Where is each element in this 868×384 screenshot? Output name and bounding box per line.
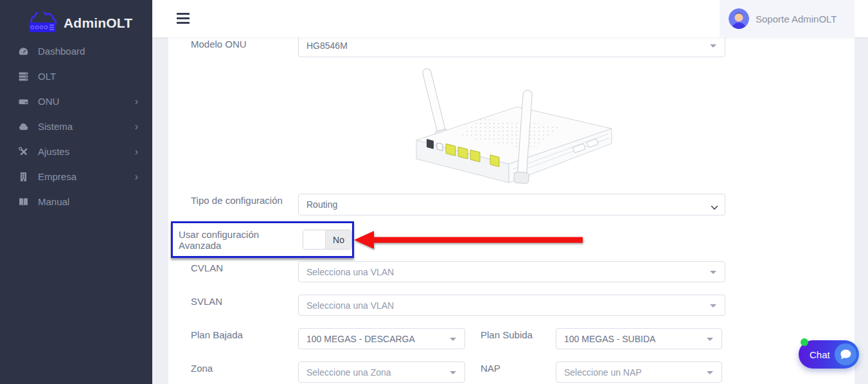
dropdown-caret-icon — [450, 371, 456, 374]
book-icon — [18, 196, 30, 207]
zona-placeholder: Seleccione una Zona — [306, 367, 391, 378]
brand-logo-icon — [28, 12, 58, 34]
nap-placeholder: Seleccione un NAP — [564, 367, 642, 378]
plan-bajada-label: Plan Bajada — [191, 329, 243, 340]
sidebar-item-label: Ajustes — [38, 146, 69, 157]
brand-name: AdminOLT — [64, 15, 132, 31]
tipo-configuracion-label: Tipo de configuración — [191, 195, 283, 206]
advanced-config-highlight-box: Usar configuración Avanzada No — [171, 221, 354, 258]
toggle-off-half: No — [325, 230, 351, 249]
zona-label: Zona — [191, 363, 213, 374]
user-name: Soporte AdminOLT — [756, 14, 837, 24]
sidebar-item-ajustes[interactable]: Ajustes › — [0, 139, 152, 164]
dropdown-caret-icon — [710, 44, 716, 48]
sidebar-item-dashboard[interactable]: Dashboard — [0, 39, 152, 64]
sidebar-item-label: Dashboard — [38, 46, 85, 57]
brand[interactable]: AdminOLT — [0, 0, 152, 37]
cvlan-placeholder: Selecciona una VLAN — [306, 267, 394, 277]
svlan-select[interactable]: Selecciona una VLAN — [298, 295, 725, 316]
chat-label: Chat — [810, 349, 830, 360]
svlan-placeholder: Selecciona una VLAN — [306, 300, 394, 311]
cloud-icon — [18, 121, 30, 132]
chat-button[interactable]: Chat — [799, 340, 859, 369]
sidebar-item-label: OLT — [38, 71, 56, 82]
plan-bajada-value: 100 MEGAS - DESCARGA — [306, 334, 415, 344]
toggle-on-half — [303, 230, 325, 249]
dropdown-caret-icon — [710, 304, 716, 307]
sidebar: AdminOLT Dashboard OLT ONU › Sistema — [0, 0, 152, 384]
dropdown-caret-icon — [707, 371, 713, 374]
chevron-right-icon: › — [135, 122, 138, 132]
tipo-configuracion-select[interactable]: Routing — [298, 194, 725, 215]
sidebar-nav: Dashboard OLT ONU › Sistema › Aj — [0, 39, 152, 214]
advanced-config-toggle[interactable]: No — [303, 230, 352, 250]
antenna-left — [420, 68, 450, 141]
cvlan-label: CVLAN — [191, 262, 223, 273]
plan-bajada-select[interactable]: 100 MEGAS - DESCARGA — [298, 328, 465, 349]
gauge-icon — [18, 46, 30, 57]
sidebar-item-label: Sistema — [38, 121, 73, 132]
plan-subida-value: 100 MEGAS - SUBIDA — [564, 334, 655, 344]
modelo-onu-select[interactable]: HG8546M — [298, 37, 725, 57]
nap-label: NAP — [481, 363, 500, 374]
cvlan-select[interactable]: Selecciona una VLAN — [298, 261, 725, 282]
annotation-arrow — [354, 230, 584, 250]
nap-select[interactable]: Seleccione un NAP — [556, 361, 722, 383]
plan-subida-select[interactable]: 100 MEGAS - SUBIDA — [556, 328, 722, 349]
sidebar-item-olt[interactable]: OLT — [0, 64, 152, 89]
tipo-configuracion-value: Routing — [306, 199, 337, 210]
online-status-dot — [801, 338, 808, 346]
dropdown-caret-icon — [450, 338, 456, 341]
chevron-right-icon: › — [135, 96, 138, 107]
sidebar-item-label: Empresa — [38, 171, 76, 182]
device-icon — [18, 96, 30, 107]
modelo-onu-label: Modelo ONU — [191, 39, 247, 50]
dropdown-caret-icon — [707, 338, 713, 341]
plan-subida-label: Plan Subida — [481, 329, 533, 340]
onu-config-form: Modelo ONU HG8546M — [168, 37, 855, 384]
sidebar-item-sistema[interactable]: Sistema › — [0, 114, 152, 139]
user-avatar — [729, 8, 749, 29]
svlan-label: SVLAN — [191, 296, 222, 307]
speech-bubble-icon — [835, 343, 856, 365]
zona-select[interactable]: Seleccione una Zona — [298, 361, 465, 383]
tools-icon — [18, 146, 30, 157]
topbar: Soporte AdminOLT — [152, 0, 868, 37]
user-menu[interactable]: Soporte AdminOLT — [720, 0, 855, 37]
hamburger-menu-icon[interactable] — [177, 13, 190, 24]
sidebar-item-label: ONU — [38, 96, 59, 107]
chevron-right-icon: › — [135, 147, 138, 157]
modelo-onu-value: HG8546M — [306, 41, 348, 51]
server-icon — [18, 71, 30, 82]
sidebar-item-empresa[interactable]: Empresa › — [0, 164, 152, 189]
sidebar-item-onu[interactable]: ONU › — [0, 89, 152, 114]
select-chevron-icon — [711, 202, 718, 212]
sidebar-item-label: Manual — [38, 196, 69, 207]
onu-product-image — [398, 64, 620, 192]
dropdown-caret-icon — [710, 271, 716, 274]
advanced-config-label: Usar configuración Avanzada — [179, 229, 297, 251]
chevron-right-icon: › — [135, 172, 138, 182]
building-icon — [18, 171, 30, 182]
sidebar-item-manual[interactable]: Manual — [0, 189, 152, 214]
